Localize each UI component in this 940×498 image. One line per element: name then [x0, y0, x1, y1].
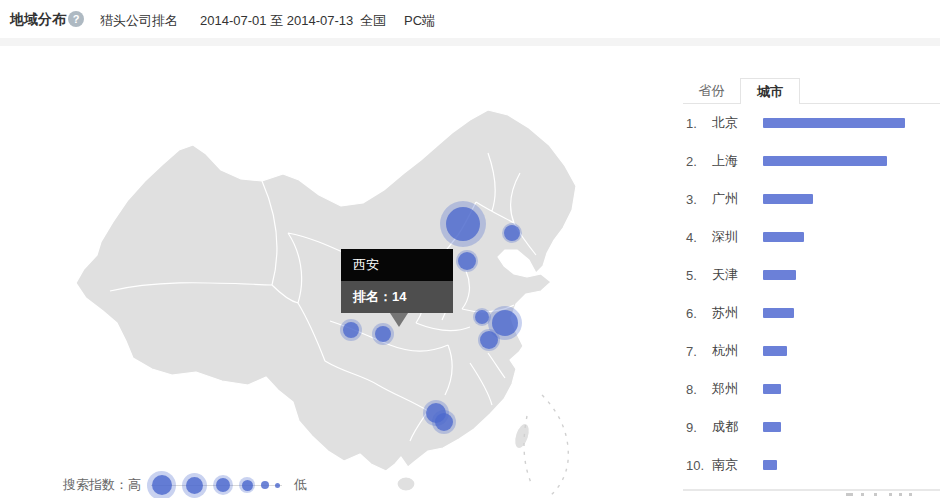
- map-bubble-core: [475, 310, 489, 324]
- tooltip-rank: 排名：14: [341, 281, 453, 313]
- city-name: 深圳: [712, 228, 763, 246]
- tab-province[interactable]: 省份: [683, 78, 740, 104]
- china-map[interactable]: 西安 排名：14: [0, 46, 680, 498]
- list-item[interactable]: 1.北京: [683, 104, 940, 142]
- pagination-mark: [899, 493, 902, 496]
- map-bubble[interactable]: [478, 329, 500, 351]
- map-bubble-core: [458, 252, 476, 270]
- hainan-island: [397, 477, 415, 491]
- map-bubble[interactable]: [340, 319, 362, 341]
- rank-number: 1.: [686, 116, 712, 131]
- list-item[interactable]: 3.广州: [683, 180, 940, 218]
- search-index-bar: [763, 194, 813, 204]
- city-name: 天津: [712, 266, 763, 284]
- list-item[interactable]: 9.成都: [683, 408, 940, 446]
- map-bubble[interactable]: [432, 410, 456, 434]
- legend-bubble: [261, 481, 269, 489]
- rank-number: 3.: [686, 192, 712, 207]
- list-item[interactable]: 10.南京: [683, 446, 940, 484]
- map-bubble-core: [435, 413, 453, 431]
- list-item[interactable]: 2.上海: [683, 142, 940, 180]
- search-index-bar: [763, 156, 887, 166]
- legend-bubble: [147, 471, 176, 498]
- list-item[interactable]: 8.郑州: [683, 370, 940, 408]
- china-mainland-shape[interactable]: [76, 110, 576, 471]
- tooltip-arrow-icon: [390, 313, 408, 327]
- city-name: 上海: [712, 152, 763, 170]
- rank-number: 4.: [686, 230, 712, 245]
- keyword-label: 猎头公司排名: [100, 12, 178, 30]
- search-index-bar: [763, 118, 905, 128]
- pagination-mark: [874, 493, 877, 496]
- city-name: 北京: [712, 114, 763, 132]
- city-name: 成都: [712, 418, 763, 436]
- page-title: 地域分布: [10, 11, 66, 29]
- list-item[interactable]: 7.杭州: [683, 332, 940, 370]
- region-label: 全国: [360, 12, 386, 30]
- search-index-bar: [763, 232, 804, 242]
- rank-number: 7.: [686, 344, 712, 359]
- pagination-mark: [909, 493, 912, 496]
- legend-bubble-core: [275, 483, 280, 488]
- map-bubble[interactable]: [456, 250, 478, 272]
- map-bubble-core: [343, 322, 359, 338]
- legend-bubble-core: [152, 475, 172, 495]
- rank-number: 10.: [686, 458, 712, 473]
- map-bubble[interactable]: [502, 223, 522, 243]
- rank-number: 5.: [686, 268, 712, 283]
- rank-number: 8.: [686, 382, 712, 397]
- help-icon[interactable]: ?: [68, 11, 84, 27]
- map-bubble-core: [446, 207, 480, 241]
- legend-bubble: [213, 475, 233, 495]
- search-index-bar: [763, 422, 781, 432]
- city-name: 杭州: [712, 342, 763, 360]
- city-name: 苏州: [712, 304, 763, 322]
- search-index-bar: [763, 270, 796, 280]
- map-bubble-core: [504, 225, 520, 241]
- legend-bubble: [275, 483, 280, 488]
- rank-number: 9.: [686, 420, 712, 435]
- search-index-bar: [763, 346, 787, 356]
- panel-tabbar: 省份 城市: [683, 78, 940, 104]
- pagination-mark: [889, 493, 892, 496]
- search-index-bar: [763, 308, 794, 318]
- list-item[interactable]: 5.天津: [683, 256, 940, 294]
- city-name: 广州: [712, 190, 763, 208]
- rank-number: 6.: [686, 306, 712, 321]
- date-range-label: 2014-07-01 至 2014-07-13: [200, 12, 353, 30]
- search-index-bar: [763, 384, 781, 394]
- map-bubble[interactable]: [440, 201, 486, 247]
- south-china-sea-dash-line: [524, 395, 568, 497]
- list-item[interactable]: 6.苏州: [683, 294, 940, 332]
- legend-bubble-core: [242, 480, 253, 491]
- legend-bubble: [182, 473, 207, 498]
- taiwan-island: [512, 422, 532, 451]
- legend-bubble-core: [186, 477, 203, 494]
- search-index-legend: 搜索指数：高 低: [63, 470, 307, 498]
- map-bubble-core: [480, 331, 498, 349]
- map-tooltip: 西安 排名：14: [341, 249, 453, 313]
- legend-bubble-scale: [147, 471, 286, 498]
- region-distribution-widget: 地域分布 ? 猎头公司排名 2014-07-01 至 2014-07-13 全国…: [0, 0, 940, 498]
- legend-high-label: 搜索指数：高: [63, 476, 141, 494]
- pagination-cutoff: [843, 493, 933, 498]
- city-name: 南京: [712, 456, 763, 474]
- pagination-mark: [861, 493, 864, 496]
- city-name: 郑州: [712, 380, 763, 398]
- header-divider: [0, 38, 940, 46]
- map-bubble-core: [375, 326, 391, 342]
- panel-bottom-divider: [683, 489, 940, 491]
- search-index-bar: [763, 460, 777, 470]
- rank-number: 2.: [686, 154, 712, 169]
- list-item[interactable]: 4.深圳: [683, 218, 940, 256]
- device-label: PC端: [404, 12, 435, 30]
- legend-bubble-core: [216, 478, 230, 492]
- legend-bubble: [239, 477, 255, 493]
- pagination-mark: [846, 493, 853, 496]
- tab-city[interactable]: 城市: [740, 78, 800, 104]
- tooltip-city-name: 西安: [341, 249, 453, 281]
- legend-bubble-core: [261, 481, 269, 489]
- city-ranking-list: 1.北京2.上海3.广州4.深圳5.天津6.苏州7.杭州8.郑州9.成都10.南…: [683, 104, 940, 484]
- legend-low-label: 低: [294, 476, 307, 494]
